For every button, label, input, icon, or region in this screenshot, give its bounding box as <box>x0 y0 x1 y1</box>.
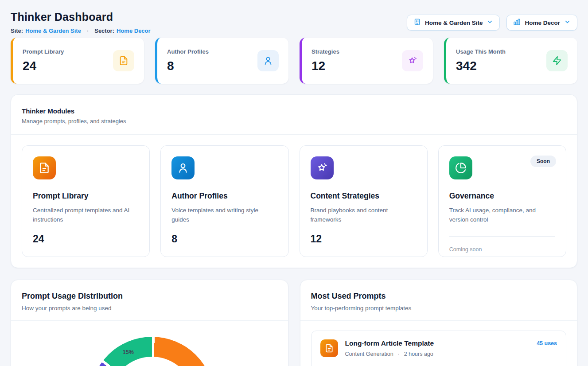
prompt-item-time: 2 hours ago <box>404 351 433 357</box>
prompt-item-title: Long-form Article Template <box>345 339 530 347</box>
sector-link[interactable]: Home Decor <box>117 27 151 34</box>
site-link[interactable]: Home & Garden Site <box>25 27 81 34</box>
prompt-item-uses: 45 uses <box>537 340 557 347</box>
prompt-list-item[interactable]: Long-form Article Template Content Gener… <box>311 331 567 366</box>
site-label: Site: <box>11 27 23 34</box>
stat-card-author-profiles: Author Profiles 8 <box>155 38 288 84</box>
stat-label: Author Profiles <box>167 48 209 55</box>
prompt-item-meta: Content Generation · 2 hours ago <box>345 351 530 357</box>
stat-value: 342 <box>456 59 506 73</box>
sparkle-star-icon <box>311 156 334 179</box>
module-card-content-strategies[interactable]: Content Strategies Brand playbooks and c… <box>300 145 428 257</box>
coming-soon-text: Coming soon <box>449 236 555 253</box>
sector-label: Sector: <box>94 27 114 34</box>
stat-card-usage: Usage This Month 342 <box>444 38 577 84</box>
pie-chart-icon <box>449 156 472 179</box>
header-selectors: Home & Garden Site Home Decor <box>407 15 577 31</box>
module-title: Content Strategies <box>311 191 417 201</box>
module-description: Brand playbooks and content frameworks <box>311 206 417 225</box>
stats-row: Prompt Library 24 Author Profiles 8 Stra… <box>11 38 577 84</box>
stat-value: 12 <box>312 59 339 73</box>
panel-subtitle: Manage prompts, profiles, and strategies <box>22 118 566 125</box>
stat-info: Prompt Library 24 <box>23 48 64 73</box>
module-title: Author Profiles <box>171 191 277 201</box>
module-card-prompt-library[interactable]: Prompt Library Centralized prompt templa… <box>22 145 150 257</box>
donut-slice-label: 15% <box>123 349 134 355</box>
stat-label: Prompt Library <box>23 48 64 55</box>
prompt-item-category: Content Generation <box>345 351 393 357</box>
thinker-modules-panel: Thinker Modules Manage prompts, profiles… <box>11 94 577 268</box>
module-description: Voice templates and writing style guides <box>171 206 277 225</box>
module-card-author-profiles[interactable]: Author Profiles Voice templates and writ… <box>160 145 288 257</box>
file-text-icon <box>320 339 338 357</box>
module-description: Track AI usage, compliance, and version … <box>449 206 555 225</box>
sector-selector-label: Home Decor <box>525 19 560 26</box>
building-icon <box>413 18 421 27</box>
stat-info: Author Profiles 8 <box>167 48 209 73</box>
bottom-row: Prompt Usage Distribution How your promp… <box>11 280 577 366</box>
bar-chart-icon <box>513 18 521 27</box>
panel-title: Thinker Modules <box>22 107 566 115</box>
user-icon <box>171 156 195 179</box>
sparkle-star-icon <box>402 50 423 71</box>
site-selector-button[interactable]: Home & Garden Site <box>407 15 500 31</box>
most-used-prompts-card: Most Used Prompts Your top-performing pr… <box>300 280 578 366</box>
module-card-governance[interactable]: Soon Governance Track AI usage, complian… <box>438 145 566 257</box>
stat-info: Strategies 12 <box>312 48 339 73</box>
breadcrumb: Site: Home & Garden Site · Sector: Home … <box>11 27 151 34</box>
soon-badge: Soon <box>530 156 556 167</box>
dashboard-page: Thinker Dashboard Site: Home & Garden Si… <box>0 0 588 366</box>
site-selector-label: Home & Garden Site <box>425 19 483 26</box>
file-text-icon <box>113 50 134 71</box>
prompts-card-subtitle: Your top-performing prompt templates <box>311 305 567 311</box>
stat-card-strategies: Strategies 12 <box>300 38 433 84</box>
module-title: Governance <box>449 191 555 201</box>
breadcrumb-dot: · <box>87 27 89 34</box>
usage-card-title: Prompt Usage Distribution <box>22 292 277 301</box>
stat-card-prompt-library: Prompt Library 24 <box>11 38 144 84</box>
stat-value: 8 <box>167 59 209 73</box>
prompts-card-header: Most Used Prompts Your top-performing pr… <box>300 280 577 321</box>
usage-card-header: Prompt Usage Distribution How your promp… <box>11 280 288 321</box>
module-title: Prompt Library <box>33 191 139 201</box>
usage-donut-chart: 15% <box>90 337 214 366</box>
usage-distribution-card: Prompt Usage Distribution How your promp… <box>11 280 288 366</box>
prompts-card-title: Most Used Prompts <box>311 292 567 301</box>
file-text-icon <box>33 156 56 179</box>
stat-info: Usage This Month 342 <box>456 48 506 73</box>
module-count: 24 <box>33 233 139 245</box>
chevron-down-icon <box>564 19 571 27</box>
meta-dot: · <box>398 351 400 357</box>
modules-grid: Prompt Library Centralized prompt templa… <box>11 135 577 268</box>
prompts-list: Long-form Article Template Content Gener… <box>300 321 577 366</box>
donut-chart-area: 15% <box>11 321 288 366</box>
stat-label: Strategies <box>312 48 339 55</box>
stat-label: Usage This Month <box>456 48 506 55</box>
topbar: Thinker Dashboard Site: Home & Garden Si… <box>11 11 577 34</box>
page-title: Thinker Dashboard <box>11 11 151 23</box>
module-count: 8 <box>171 233 277 245</box>
header-left: Thinker Dashboard Site: Home & Garden Si… <box>11 11 151 34</box>
prompt-item-body: Long-form Article Template Content Gener… <box>345 338 530 357</box>
user-icon <box>257 50 279 71</box>
module-description: Centralized prompt templates and AI inst… <box>33 206 139 225</box>
zap-icon <box>546 50 568 71</box>
panel-header: Thinker Modules Manage prompts, profiles… <box>11 95 577 135</box>
chevron-down-icon <box>487 19 493 27</box>
stat-value: 24 <box>23 59 64 73</box>
module-count: 12 <box>311 233 417 245</box>
usage-card-subtitle: How your prompts are being used <box>22 305 277 311</box>
sector-selector-button[interactable]: Home Decor <box>506 15 577 31</box>
